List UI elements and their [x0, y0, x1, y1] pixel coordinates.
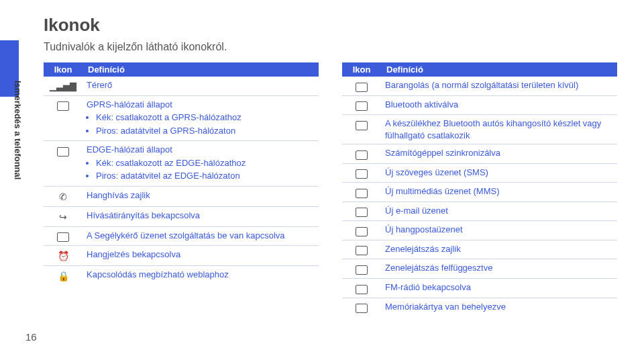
table-row: A készülékhez Bluetooth autós kihangosít… [342, 115, 617, 144]
table-row: Memóriakártya van behelyezve [342, 298, 617, 316]
def-cell: Új multimédiás üzenet (MMS) [381, 183, 617, 202]
bluetooth-icon [356, 101, 368, 111]
music-pause-icon [356, 265, 368, 275]
table-row: Új szöveges üzenet (SMS) [342, 163, 617, 183]
header-icon: Ikon [44, 62, 83, 77]
right-table: Ikon Definíció Barangolás (a normál szol… [342, 62, 617, 316]
table-row: FM-rádió bekapcsolva [342, 279, 617, 298]
list-item: Kék: csatlakozott az EDGE-hálózathoz [96, 157, 315, 169]
table-row: Zenelejátszás felfüggesztve [342, 259, 617, 279]
def-cell: A Segélykérő üzenet szolgáltatás be van … [83, 226, 319, 246]
def-cell: Kapcsolódás megbízható weblaphoz [83, 266, 319, 285]
columns: Ikon Definíció ▁▃▅▇ Térerő GPRS-hálózati… [44, 62, 617, 316]
content: Ikonok Tudnivalók a kijelzőn látható iko… [44, 15, 617, 316]
def-cell: Zenelejátszás felfüggesztve [381, 259, 617, 279]
def-cell: Hangjelzés bekapcsolva [83, 246, 319, 266]
row-head: GPRS-hálózati állapot [87, 99, 172, 109]
def-cell: Új hangpostaüzenet [381, 221, 617, 240]
table-row: Új e-mail üzenet [342, 202, 617, 221]
bullet-list: Kék: csatlakozott a GPRS-hálózathoz Piro… [87, 112, 315, 136]
right-column: Ikon Definíció Barangolás (a normál szol… [342, 62, 617, 316]
table-row: Új multimédiás üzenet (MMS) [342, 183, 617, 202]
def-cell: Új szöveges üzenet (SMS) [381, 163, 617, 183]
def-cell: Számítógéppel szinkronizálva [381, 144, 617, 164]
sms-icon [356, 169, 368, 179]
def-cell: Zenelejátszás zajlik [381, 240, 617, 259]
bullet-list: Kék: csatlakozott az EDGE-hálózathoz Pir… [87, 157, 315, 182]
signal-strength-icon: ▁▃▅▇ [50, 81, 76, 91]
gprs-icon [57, 101, 69, 111]
def-cell: Térerő [83, 77, 319, 95]
music-play-icon [356, 246, 368, 255]
sync-pc-icon [356, 150, 368, 160]
header-definition: Definíció [83, 62, 319, 77]
fm-radio-icon [356, 285, 368, 294]
left-table: Ikon Definíció ▁▃▅▇ Térerő GPRS-hálózati… [44, 62, 319, 285]
left-column: Ikon Definíció ▁▃▅▇ Térerő GPRS-hálózati… [44, 62, 319, 316]
sos-icon [57, 232, 69, 242]
alarm-icon: ⏰ [58, 251, 69, 261]
header-definition: Definíció [381, 62, 617, 77]
def-cell: Barangolás (a normál szolgáltatási terül… [381, 77, 617, 95]
def-cell: Memóriakártya van behelyezve [381, 298, 617, 316]
table-row: Új hangpostaüzenet [342, 221, 617, 240]
def-cell: Bluetooth aktiválva [381, 95, 617, 115]
edge-icon [57, 147, 69, 157]
voicemail-icon [356, 227, 368, 236]
roaming-icon [356, 83, 368, 92]
def-cell: Új e-mail üzenet [381, 202, 617, 221]
email-icon [356, 208, 368, 217]
table-row: ⏰ Hangjelzés bekapcsolva [44, 246, 319, 266]
table-row: A Segélykérő üzenet szolgáltatás be van … [44, 226, 319, 246]
side-label: Ismerkedés a telefonnal [13, 81, 23, 179]
def-cell: Hívásátirányítás bekapcsolva [83, 206, 319, 226]
secure-web-icon: 🔒 [58, 271, 69, 281]
bt-carkit-icon [356, 121, 368, 130]
row-head: EDGE-hálózati állapot [87, 144, 172, 155]
def-cell: FM-rádió bekapcsolva [381, 279, 617, 298]
page-subtitle: Tudnivalók a kijelzőn látható ikonokról. [44, 41, 617, 53]
table-row: Barangolás (a normál szolgáltatási terül… [342, 77, 617, 95]
header-icon: Ikon [342, 62, 381, 77]
page-number: 16 [25, 331, 37, 343]
table-row: ▁▃▅▇ Térerő [44, 77, 319, 95]
list-item: Piros: adatátvitel a GPRS-hálózaton [96, 125, 315, 137]
table-row: EDGE-hálózati állapot Kék: csatlakozott … [44, 141, 319, 187]
page: Ismerkedés a telefonnal Ikonok Tudnivaló… [0, 0, 644, 352]
table-row: GPRS-hálózati állapot Kék: csatlakozott … [44, 95, 319, 141]
mms-icon [356, 189, 368, 198]
memory-card-icon [356, 304, 368, 313]
call-active-icon: ✆ [59, 191, 67, 202]
list-item: Kék: csatlakozott a GPRS-hálózathoz [96, 112, 315, 124]
table-row: Zenelejátszás zajlik [342, 240, 617, 259]
call-forward-icon: ↪ [59, 212, 67, 222]
page-title: Ikonok [44, 15, 617, 36]
table-header-row: Ikon Definíció [44, 62, 319, 77]
table-row: ✆ Hanghívás zajlik [44, 186, 319, 206]
def-cell: A készülékhez Bluetooth autós kihangosít… [381, 115, 617, 144]
list-item: Piros: adatátvitel az EDGE-hálózaton [96, 170, 315, 182]
def-cell: Hanghívás zajlik [83, 186, 319, 206]
def-cell: GPRS-hálózati állapot Kék: csatlakozott … [83, 95, 319, 141]
table-row: ↪ Hívásátirányítás bekapcsolva [44, 206, 319, 226]
table-row: Számítógéppel szinkronizálva [342, 144, 617, 164]
table-row: 🔒 Kapcsolódás megbízható weblaphoz [44, 266, 319, 285]
def-cell: EDGE-hálózati állapot Kék: csatlakozott … [83, 141, 319, 187]
table-header-row: Ikon Definíció [342, 62, 617, 77]
table-row: Bluetooth aktiválva [342, 95, 617, 115]
